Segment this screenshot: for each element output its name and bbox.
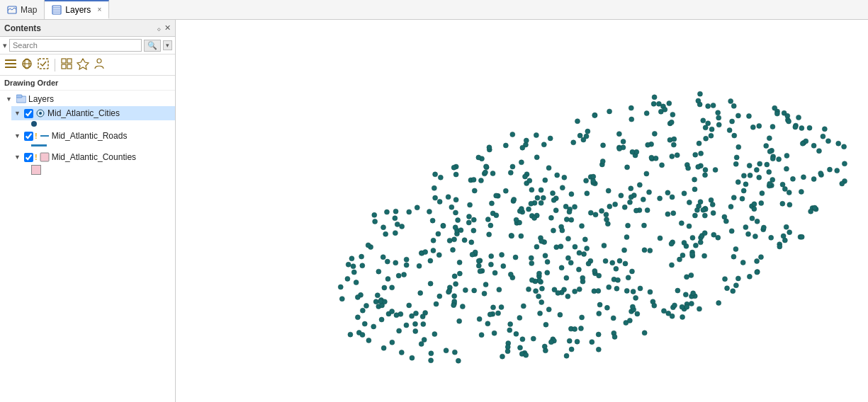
cities-checkbox[interactable] xyxy=(24,109,33,118)
layer-tree: ▼ Layers ▼ xyxy=(0,91,175,402)
svg-point-21 xyxy=(39,112,42,115)
map-tab-icon xyxy=(7,5,17,15)
svg-marker-16 xyxy=(77,59,89,69)
search-button[interactable]: 🔍 xyxy=(144,40,161,52)
auto-hide-icon[interactable]: ⬦ xyxy=(157,24,162,33)
counties-label: Mid_Atlantic_Counties xyxy=(52,152,136,162)
roads-label: Mid_Atlantic_Roads xyxy=(52,131,128,141)
main-area: Contents ⬦ ✕ ▾ 🔍 ▾ xyxy=(0,20,868,402)
svg-rect-23 xyxy=(40,153,49,161)
panel-header-icons: ⬦ ✕ xyxy=(157,23,171,33)
counties-warning-icon: ! xyxy=(35,153,38,161)
tab-bar: Map Layers × xyxy=(0,0,868,20)
svg-rect-12 xyxy=(62,59,66,63)
roads-symbol xyxy=(31,144,47,147)
svg-rect-14 xyxy=(62,64,66,69)
map-canvas[interactable] xyxy=(176,20,868,402)
roads-checkbox[interactable] xyxy=(24,132,33,141)
svg-rect-5 xyxy=(5,59,16,61)
layers-group-icon xyxy=(16,93,27,105)
drawing-order-label: Drawing Order xyxy=(0,76,175,91)
layers-tab-label: Layers xyxy=(65,5,91,15)
toolbar-list-icon[interactable] xyxy=(4,57,17,72)
toolbar-selection-icon[interactable] xyxy=(37,57,50,72)
svg-rect-13 xyxy=(67,59,72,63)
layers-group-item[interactable]: ▼ Layers xyxy=(3,92,175,106)
svg-rect-6 xyxy=(5,63,16,64)
layers-group-label: Layers xyxy=(28,94,54,104)
svg-point-17 xyxy=(97,59,101,63)
counties-expand[interactable]: ▼ xyxy=(14,154,23,161)
layers-group-expand[interactable]: ▼ xyxy=(6,96,14,103)
svg-rect-15 xyxy=(67,64,72,69)
svg-rect-7 xyxy=(5,67,16,68)
cities-expand[interactable]: ▼ xyxy=(14,110,23,117)
counties-checkbox[interactable] xyxy=(24,153,33,162)
layer-item-roads[interactable]: ▼ ! Mid_Atlantic_Roads xyxy=(11,129,175,143)
toolbar-row xyxy=(0,54,175,76)
layers-group: ▼ Layers ▼ xyxy=(0,92,175,177)
search-input[interactable] xyxy=(9,39,142,52)
toolbar-highlight-icon[interactable] xyxy=(77,57,89,72)
svg-rect-19 xyxy=(16,95,22,98)
toolbar-divider-1 xyxy=(55,59,55,71)
cities-label: Mid_Atlantic_Cities xyxy=(47,108,120,118)
layers-tab-icon xyxy=(52,5,62,15)
layer-item-cities[interactable]: ▼ Mid_Atlantic_Cities xyxy=(11,106,175,120)
tab-layers[interactable]: Layers × xyxy=(45,0,109,19)
search-dropdown[interactable]: ▾ xyxy=(163,40,172,50)
panel-header: Contents ⬦ ✕ xyxy=(0,20,175,37)
layer-item-counties[interactable]: ▼ ! Mid_Atlantic_Counties xyxy=(11,150,175,164)
cities-symbol xyxy=(31,121,37,127)
roads-layer-icon xyxy=(39,130,50,142)
close-panel-icon[interactable]: ✕ xyxy=(164,23,171,33)
layers-tab-close[interactable]: × xyxy=(97,6,101,13)
toolbar-person-icon[interactable] xyxy=(93,57,106,72)
cities-layer-icon xyxy=(35,108,46,119)
contents-panel: Contents ⬦ ✕ ▾ 🔍 ▾ xyxy=(0,20,176,402)
map-tab-label: Map xyxy=(21,5,37,15)
search-bar: ▾ 🔍 ▾ xyxy=(0,37,175,54)
counties-layer-icon xyxy=(39,151,50,163)
panel-title: Contents xyxy=(4,23,41,33)
map-canvas-element xyxy=(176,20,868,402)
roads-expand[interactable]: ▼ xyxy=(14,132,23,139)
counties-symbol xyxy=(31,165,41,175)
roads-warning-icon: ! xyxy=(35,132,38,140)
filter-icon: ▾ xyxy=(3,41,7,50)
toolbar-dot-icon[interactable] xyxy=(21,57,33,72)
tab-map[interactable]: Map xyxy=(0,0,45,19)
svg-rect-11 xyxy=(38,59,48,69)
toolbar-grid-icon[interactable] xyxy=(60,57,73,72)
